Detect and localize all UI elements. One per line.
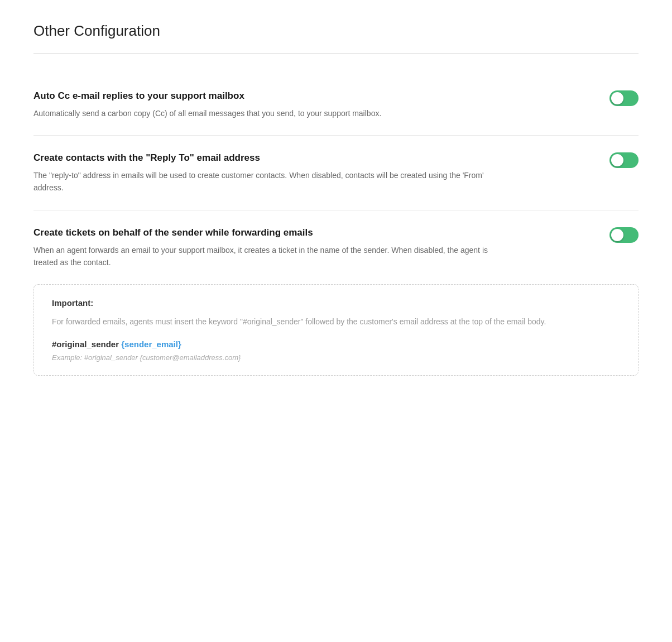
forward-knob xyxy=(611,229,623,241)
auto-cc-slider xyxy=(609,90,639,106)
forward-slider xyxy=(609,227,639,243)
keyword-variable: {sender_email} xyxy=(121,339,181,349)
config-item-forward-title: Create tickets on behalf of the sender w… xyxy=(33,226,587,239)
config-item-reply-to-content: Create contacts with the "Reply To" emai… xyxy=(33,151,609,194)
config-item-forward-description: When an agent forwards an email to your … xyxy=(33,244,491,269)
reply-to-knob xyxy=(611,154,623,166)
forward-toggle[interactable] xyxy=(609,227,639,243)
config-item-forward-row: Create tickets on behalf of the sender w… xyxy=(33,226,639,269)
reply-to-slider xyxy=(609,152,639,168)
config-item-auto-cc-description: Automatically send a carbon copy (Cc) of… xyxy=(33,107,491,119)
page-title: Other Configuration xyxy=(33,22,639,40)
auto-cc-toggle[interactable] xyxy=(609,90,639,106)
config-item-reply-to-title: Create contacts with the "Reply To" emai… xyxy=(33,151,587,165)
keyword-prefix: #original_sender xyxy=(52,339,119,349)
important-label: Important: xyxy=(52,298,620,308)
forward-toggle-wrapper xyxy=(609,227,639,243)
config-item-forward-content: Create tickets on behalf of the sender w… xyxy=(33,226,609,269)
config-item-auto-cc-content: Auto Cc e-mail replies to your support m… xyxy=(33,89,609,119)
section-divider xyxy=(33,53,639,54)
important-description: For forwarded emails, agents must insert… xyxy=(52,315,620,328)
config-item-reply-to-description: The "reply-to" address in emails will be… xyxy=(33,169,491,194)
config-item-auto-cc-title: Auto Cc e-mail replies to your support m… xyxy=(33,89,587,103)
config-item-auto-cc: Auto Cc e-mail replies to your support m… xyxy=(33,74,639,136)
keyword-example: Example: #original_sender {customer@emai… xyxy=(52,353,620,362)
config-item-forward-wrapper: Create tickets on behalf of the sender w… xyxy=(33,210,639,376)
reply-to-toggle-wrapper xyxy=(609,152,639,168)
important-box: Important: For forwarded emails, agents … xyxy=(33,284,639,375)
config-item-reply-to: Create contacts with the "Reply To" emai… xyxy=(33,136,639,210)
auto-cc-knob xyxy=(611,92,623,104)
auto-cc-toggle-wrapper xyxy=(609,90,639,106)
keyword-line: #original_sender {sender_email} xyxy=(52,339,620,349)
reply-to-toggle[interactable] xyxy=(609,152,639,168)
